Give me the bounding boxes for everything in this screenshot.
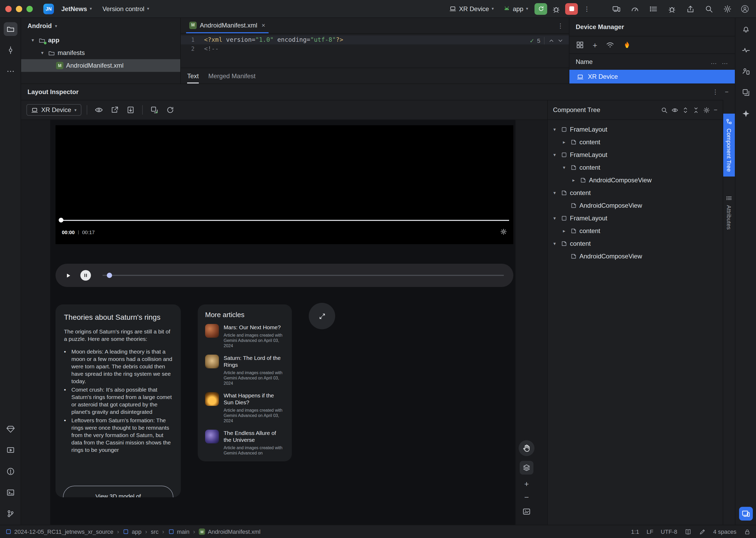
device-explorer-button[interactable] bbox=[739, 85, 753, 99]
device-selector[interactable]: XR Device ▾ bbox=[446, 3, 497, 14]
project-view-selector[interactable]: Android ▾ bbox=[21, 18, 180, 34]
tree-row[interactable]: ▸content bbox=[548, 136, 723, 148]
export-snapshot-button[interactable] bbox=[108, 104, 121, 116]
profiler-toolwindow-button[interactable] bbox=[739, 43, 753, 57]
highlighting-level-icon[interactable] bbox=[699, 528, 706, 535]
firebase-flame-icon[interactable] bbox=[623, 41, 631, 49]
device-screen[interactable]: 00:00 | 00:17 bbox=[50, 120, 515, 525]
view-3d-model-button[interactable]: View 3D model of bbox=[63, 486, 173, 497]
article-item[interactable]: Saturn: The Lord of the Rings Article an… bbox=[205, 354, 284, 386]
process-selector[interactable]: XR Device ▾ bbox=[27, 104, 81, 116]
structure-button[interactable] bbox=[648, 3, 659, 15]
video-settings-icon[interactable] bbox=[500, 228, 507, 235]
code-line[interactable]: 1 <?xml version="1.0" encoding="utf-8"?> bbox=[181, 35, 569, 44]
tree-row[interactable]: AndroidComposeView bbox=[548, 199, 723, 212]
notifications-button[interactable] bbox=[739, 22, 753, 36]
column-options-icon[interactable]: … bbox=[722, 58, 728, 66]
video-player[interactable]: 00:00 | 00:17 bbox=[55, 125, 513, 244]
add-device-icon[interactable]: + bbox=[593, 40, 597, 49]
name-column-header[interactable]: Name bbox=[576, 58, 593, 66]
rerun-button[interactable] bbox=[535, 3, 547, 15]
group-devices-icon[interactable] bbox=[576, 41, 584, 49]
lock-icon[interactable] bbox=[744, 528, 751, 535]
more-toolwindows-button[interactable] bbox=[3, 65, 17, 78]
minimize-panel-icon[interactable]: − bbox=[714, 106, 718, 114]
tree-row[interactable]: ▾content bbox=[548, 237, 723, 250]
pan-tool-button[interactable] bbox=[519, 440, 535, 456]
zoom-to-fit-button[interactable] bbox=[521, 506, 532, 517]
code-line[interactable]: 2 <!-- bbox=[181, 44, 569, 53]
device-row-selected[interactable]: XR Device bbox=[569, 70, 735, 83]
tree-row[interactable]: ▾FrameLayout bbox=[548, 148, 723, 161]
caret-down-icon[interactable]: ▾ bbox=[29, 37, 36, 43]
line-separator[interactable]: LF bbox=[647, 528, 654, 535]
app-quality-insights-button[interactable] bbox=[3, 422, 17, 436]
collapse-all-icon[interactable] bbox=[693, 106, 699, 113]
close-window-button[interactable] bbox=[5, 6, 12, 12]
caret-right-icon[interactable]: ▸ bbox=[570, 178, 577, 183]
play-icon[interactable] bbox=[65, 272, 72, 279]
project-tree-row[interactable]: ▾ app bbox=[21, 34, 180, 46]
article-item[interactable]: The Endless Allure of the Universe Artic… bbox=[205, 430, 284, 456]
settings-button[interactable] bbox=[722, 3, 733, 15]
breadcrumb-item[interactable]: app bbox=[123, 528, 142, 535]
tab-component-tree[interactable]: Component Tree bbox=[723, 114, 735, 177]
zoom-window-button[interactable] bbox=[27, 6, 33, 12]
tree-row[interactable]: ▾content bbox=[548, 161, 723, 174]
close-tab-icon[interactable]: × bbox=[262, 22, 265, 29]
tab-text[interactable]: Text bbox=[187, 68, 199, 83]
tree-row[interactable]: ▸content bbox=[548, 225, 723, 237]
expand-all-icon[interactable] bbox=[682, 106, 689, 113]
video-progress-handle[interactable] bbox=[59, 218, 63, 223]
minimize-panel-icon[interactable]: − bbox=[725, 88, 728, 96]
column-options-icon[interactable]: … bbox=[711, 58, 718, 66]
tree-row[interactable]: ▾FrameLayout bbox=[548, 212, 723, 225]
problems-button[interactable] bbox=[3, 464, 17, 478]
user-avatar[interactable] bbox=[740, 4, 750, 14]
debug-button[interactable] bbox=[551, 3, 562, 15]
inspections-widget[interactable]: ✓ 5 bbox=[529, 37, 563, 44]
run-config-selector[interactable]: app ▾ bbox=[500, 3, 531, 14]
3d-mode-button[interactable] bbox=[520, 461, 533, 475]
visibility-icon[interactable] bbox=[671, 106, 678, 113]
caret-down-icon[interactable]: ▾ bbox=[39, 50, 45, 56]
tree-row[interactable]: ▾content bbox=[548, 187, 723, 199]
gemini-button[interactable] bbox=[739, 107, 753, 121]
profiler-button[interactable] bbox=[629, 3, 641, 15]
minimize-window-button[interactable] bbox=[16, 6, 22, 12]
pause-button[interactable] bbox=[80, 270, 91, 281]
search-icon[interactable] bbox=[661, 106, 668, 113]
live-updates-button[interactable] bbox=[148, 104, 160, 116]
next-issue-icon[interactable] bbox=[557, 37, 563, 44]
tree-row[interactable]: ▾FrameLayout bbox=[548, 123, 723, 136]
prev-issue-icon[interactable] bbox=[548, 37, 554, 44]
tree-row[interactable]: AndroidComposeView bbox=[548, 250, 723, 263]
indent-style[interactable]: 4 spaces bbox=[713, 528, 736, 535]
zoom-in-button[interactable]: + bbox=[524, 479, 529, 488]
breadcrumb-item[interactable]: main bbox=[168, 528, 190, 535]
import-snapshot-button[interactable] bbox=[124, 104, 137, 116]
breadcrumb-item[interactable]: 2024-12-05_RC11_jetnews_xr_source bbox=[5, 528, 113, 535]
file-encoding[interactable]: UTF-8 bbox=[661, 528, 677, 535]
panel-options-icon[interactable]: ⋮ bbox=[712, 88, 719, 96]
audio-slider[interactable] bbox=[102, 275, 504, 276]
running-devices-toolwindow-button[interactable] bbox=[739, 507, 753, 520]
search-everywhere-button[interactable] bbox=[703, 3, 715, 15]
code-area[interactable]: 1 <?xml version="1.0" encoding="utf-8"?>… bbox=[181, 34, 569, 68]
layout-inspector-canvas[interactable]: 00:00 | 00:17 bbox=[21, 120, 547, 525]
caret-down-icon[interactable]: ▾ bbox=[551, 127, 558, 132]
caret-down-icon[interactable]: ▾ bbox=[551, 241, 558, 246]
project-tree-row-selected[interactable]: M AndroidManifest.xml bbox=[21, 59, 180, 72]
zoom-out-button[interactable]: − bbox=[524, 493, 529, 501]
caret-down-icon[interactable]: ▾ bbox=[551, 190, 558, 195]
terminal-button[interactable] bbox=[3, 486, 17, 500]
video-progress-bar[interactable] bbox=[60, 220, 509, 221]
project-selector[interactable]: JetNews ▾ bbox=[58, 3, 95, 14]
commit-toolwindow-button[interactable] bbox=[3, 43, 17, 57]
audio-slider-handle[interactable] bbox=[107, 273, 112, 278]
project-tree-row[interactable]: ▾ manifests bbox=[21, 46, 180, 59]
audio-player[interactable] bbox=[55, 264, 513, 287]
caret-down-icon[interactable]: ▾ bbox=[551, 152, 558, 157]
cursor-position[interactable]: 1:1 bbox=[631, 528, 639, 535]
vcs-menu[interactable]: Version control ▾ bbox=[99, 3, 152, 14]
